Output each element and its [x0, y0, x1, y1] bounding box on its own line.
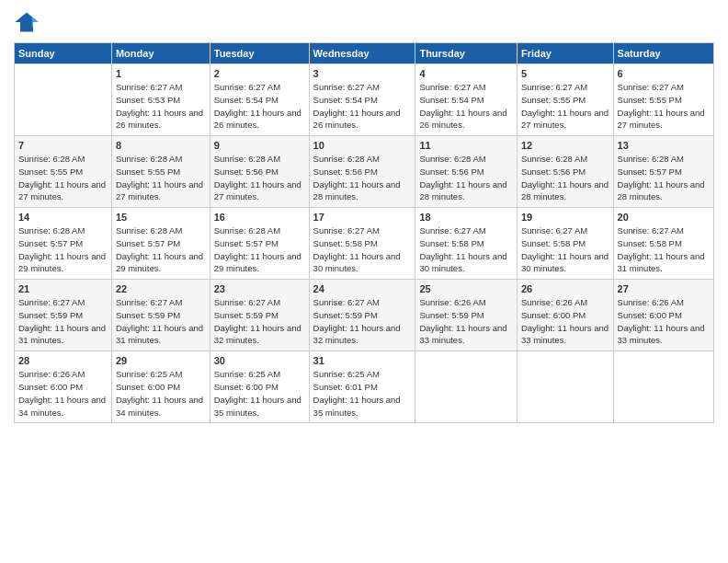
day-cell: 5Sunrise: 6:27 AM Sunset: 5:55 PM Daylig…: [517, 64, 613, 136]
header-cell-thursday: Thursday: [415, 43, 518, 64]
day-number: 7: [18, 140, 108, 151]
day-cell: 26Sunrise: 6:26 AM Sunset: 6:00 PM Dayli…: [517, 280, 613, 351]
day-number: 8: [116, 140, 206, 151]
day-info: Sunrise: 6:27 AM Sunset: 5:54 PM Dayligh…: [214, 81, 305, 132]
day-info: Sunrise: 6:28 AM Sunset: 5:55 PM Dayligh…: [18, 153, 108, 203]
day-number: 5: [521, 68, 609, 79]
day-number: 11: [419, 140, 513, 151]
day-info: Sunrise: 6:27 AM Sunset: 5:55 PM Dayligh…: [521, 81, 609, 132]
header-cell-friday: Friday: [517, 43, 613, 64]
logo-icon: [14, 9, 40, 35]
day-info: Sunrise: 6:28 AM Sunset: 5:57 PM Dayligh…: [618, 153, 710, 203]
week-row-2: 7Sunrise: 6:28 AM Sunset: 5:55 PM Daylig…: [15, 136, 714, 208]
day-info: Sunrise: 6:27 AM Sunset: 5:58 PM Dayligh…: [313, 224, 412, 275]
day-number: 13: [618, 140, 710, 151]
day-cell: 18Sunrise: 6:27 AM Sunset: 5:58 PM Dayli…: [415, 208, 518, 280]
day-number: 19: [521, 212, 609, 223]
day-cell: 2Sunrise: 6:27 AM Sunset: 5:54 PM Daylig…: [210, 64, 309, 136]
day-info: Sunrise: 6:27 AM Sunset: 5:58 PM Dayligh…: [419, 224, 513, 275]
day-info: Sunrise: 6:25 AM Sunset: 6:00 PM Dayligh…: [116, 368, 206, 419]
header-cell-saturday: Saturday: [613, 43, 713, 64]
day-number: 21: [18, 283, 108, 294]
day-cell: 13Sunrise: 6:28 AM Sunset: 5:57 PM Dayli…: [613, 136, 713, 208]
day-number: 1: [116, 68, 206, 79]
header-row: SundayMondayTuesdayWednesdayThursdayFrid…: [15, 43, 714, 64]
day-cell: 15Sunrise: 6:28 AM Sunset: 5:57 PM Dayli…: [111, 208, 210, 280]
day-cell: 23Sunrise: 6:27 AM Sunset: 5:59 PM Dayli…: [210, 280, 309, 351]
week-row-5: 28Sunrise: 6:26 AM Sunset: 6:00 PM Dayli…: [15, 351, 714, 423]
day-number: 9: [214, 140, 305, 151]
day-number: 25: [419, 283, 513, 294]
day-cell: 10Sunrise: 6:28 AM Sunset: 5:56 PM Dayli…: [309, 136, 415, 208]
day-cell: 11Sunrise: 6:28 AM Sunset: 5:56 PM Dayli…: [415, 136, 518, 208]
week-row-3: 14Sunrise: 6:28 AM Sunset: 5:57 PM Dayli…: [15, 208, 714, 280]
day-cell: 29Sunrise: 6:25 AM Sunset: 6:00 PM Dayli…: [111, 351, 210, 423]
day-info: Sunrise: 6:27 AM Sunset: 5:59 PM Dayligh…: [18, 296, 108, 347]
main-container: SundayMondayTuesdayWednesdayThursdayFrid…: [0, 0, 728, 432]
day-cell: 30Sunrise: 6:25 AM Sunset: 6:00 PM Dayli…: [210, 351, 309, 423]
header-cell-tuesday: Tuesday: [210, 43, 309, 64]
day-cell: 6Sunrise: 6:27 AM Sunset: 5:55 PM Daylig…: [613, 64, 713, 136]
week-row-1: 1Sunrise: 6:27 AM Sunset: 5:53 PM Daylig…: [15, 64, 714, 136]
day-number: 20: [618, 212, 710, 223]
day-cell: 25Sunrise: 6:26 AM Sunset: 5:59 PM Dayli…: [415, 280, 518, 351]
day-number: 15: [116, 212, 206, 223]
day-info: Sunrise: 6:28 AM Sunset: 5:56 PM Dayligh…: [214, 153, 305, 203]
svg-marker-1: [32, 17, 39, 27]
day-number: 16: [214, 212, 305, 223]
day-number: 22: [116, 283, 206, 294]
day-cell: 24Sunrise: 6:27 AM Sunset: 5:59 PM Dayli…: [309, 280, 415, 351]
day-info: Sunrise: 6:28 AM Sunset: 5:57 PM Dayligh…: [18, 224, 108, 275]
day-number: 18: [419, 212, 513, 223]
day-cell: 12Sunrise: 6:28 AM Sunset: 5:56 PM Dayli…: [517, 136, 613, 208]
calendar-table: SundayMondayTuesdayWednesdayThursdayFrid…: [14, 42, 714, 423]
day-cell: 19Sunrise: 6:27 AM Sunset: 5:58 PM Dayli…: [517, 208, 613, 280]
day-number: 17: [313, 212, 412, 223]
day-number: 30: [214, 355, 305, 366]
day-cell: 21Sunrise: 6:27 AM Sunset: 5:59 PM Dayli…: [15, 280, 112, 351]
day-cell: 17Sunrise: 6:27 AM Sunset: 5:58 PM Dayli…: [309, 208, 415, 280]
day-info: Sunrise: 6:25 AM Sunset: 6:01 PM Dayligh…: [313, 368, 412, 419]
header-cell-wednesday: Wednesday: [309, 43, 415, 64]
day-number: 10: [313, 140, 412, 151]
day-info: Sunrise: 6:27 AM Sunset: 5:55 PM Dayligh…: [618, 81, 710, 132]
day-cell: [517, 351, 613, 423]
day-info: Sunrise: 6:27 AM Sunset: 5:54 PM Dayligh…: [313, 81, 412, 132]
day-info: Sunrise: 6:27 AM Sunset: 5:54 PM Dayligh…: [419, 81, 513, 132]
day-number: 3: [313, 68, 412, 79]
day-cell: 8Sunrise: 6:28 AM Sunset: 5:55 PM Daylig…: [111, 136, 210, 208]
day-number: 27: [618, 283, 710, 294]
day-info: Sunrise: 6:27 AM Sunset: 5:59 PM Dayligh…: [214, 296, 305, 347]
day-info: Sunrise: 6:27 AM Sunset: 5:59 PM Dayligh…: [116, 296, 206, 347]
day-info: Sunrise: 6:27 AM Sunset: 5:58 PM Dayligh…: [521, 224, 609, 275]
day-info: Sunrise: 6:28 AM Sunset: 5:56 PM Dayligh…: [521, 153, 609, 203]
week-row-4: 21Sunrise: 6:27 AM Sunset: 5:59 PM Dayli…: [15, 280, 714, 351]
day-info: Sunrise: 6:28 AM Sunset: 5:57 PM Dayligh…: [116, 224, 206, 275]
day-cell: 7Sunrise: 6:28 AM Sunset: 5:55 PM Daylig…: [15, 136, 112, 208]
day-info: Sunrise: 6:25 AM Sunset: 6:00 PM Dayligh…: [214, 368, 305, 419]
day-number: 4: [419, 68, 513, 79]
day-cell: 1Sunrise: 6:27 AM Sunset: 5:53 PM Daylig…: [111, 64, 210, 136]
day-info: Sunrise: 6:28 AM Sunset: 5:56 PM Dayligh…: [419, 153, 513, 203]
day-number: 12: [521, 140, 609, 151]
day-cell: 14Sunrise: 6:28 AM Sunset: 5:57 PM Dayli…: [15, 208, 112, 280]
logo: [14, 9, 43, 35]
day-number: 28: [18, 355, 108, 366]
day-cell: [415, 351, 518, 423]
day-cell: 3Sunrise: 6:27 AM Sunset: 5:54 PM Daylig…: [309, 64, 415, 136]
day-info: Sunrise: 6:28 AM Sunset: 5:57 PM Dayligh…: [214, 224, 305, 275]
day-cell: 22Sunrise: 6:27 AM Sunset: 5:59 PM Dayli…: [111, 280, 210, 351]
day-info: Sunrise: 6:26 AM Sunset: 6:00 PM Dayligh…: [521, 296, 609, 347]
day-cell: 9Sunrise: 6:28 AM Sunset: 5:56 PM Daylig…: [210, 136, 309, 208]
day-info: Sunrise: 6:27 AM Sunset: 5:53 PM Dayligh…: [116, 81, 206, 132]
day-info: Sunrise: 6:27 AM Sunset: 5:59 PM Dayligh…: [313, 296, 412, 347]
day-cell: 27Sunrise: 6:26 AM Sunset: 6:00 PM Dayli…: [613, 280, 713, 351]
day-info: Sunrise: 6:28 AM Sunset: 5:56 PM Dayligh…: [313, 153, 412, 203]
day-number: 2: [214, 68, 305, 79]
day-number: 6: [618, 68, 710, 79]
day-number: 29: [116, 355, 206, 366]
day-cell: 28Sunrise: 6:26 AM Sunset: 6:00 PM Dayli…: [15, 351, 112, 423]
day-info: Sunrise: 6:26 AM Sunset: 5:59 PM Dayligh…: [419, 296, 513, 347]
day-number: 14: [18, 212, 108, 223]
day-cell: [613, 351, 713, 423]
